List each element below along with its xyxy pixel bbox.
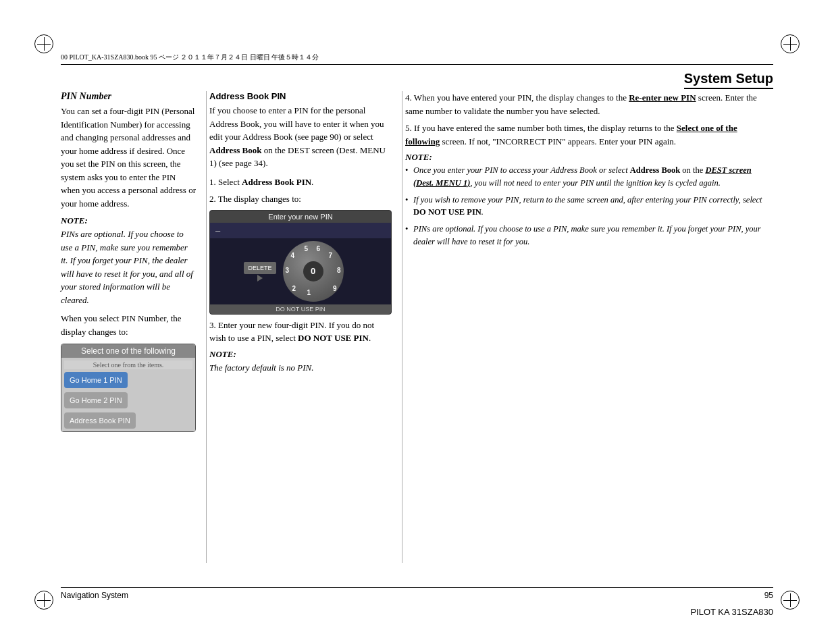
pin-dial[interactable]: 5 6 4 7 3 8 2 9 1 0: [283, 241, 357, 302]
content-area: PIN Number You can set a four-digit PIN …: [61, 91, 773, 563]
address-book-pin-button[interactable]: Address Book PIN: [64, 412, 136, 429]
bullet-1: Once you enter your PIN to access your A…: [405, 164, 773, 190]
select-screen-header: Select one of the following: [61, 344, 195, 358]
pin-keypad: DELETE 5 6 4 7 3 8 2 9: [210, 238, 391, 304]
middle-note-text: The factory default is no PIN.: [209, 361, 392, 375]
middle-column: Address Book PIN If you choose to enter …: [209, 91, 392, 563]
file-info: 00 PILOT_KA-31SZA830.book 95 ページ ２０１１年７月…: [61, 53, 319, 62]
pin-display: –: [210, 223, 391, 238]
dial-num-9: 9: [333, 285, 337, 292]
when-select-text: When you select PIN Number, the display …: [61, 312, 196, 338]
bullet-3: PINs are optional. If you choose to use …: [405, 223, 773, 248]
dial-num-8: 8: [337, 267, 341, 274]
bullet-2: If you wish to remove your PIN, return t…: [405, 194, 773, 219]
dial-center-0: 0: [303, 261, 323, 281]
select-buttons: Go Home 1 PIN Go Home 2 PIN: [64, 372, 192, 408]
delete-button[interactable]: DELETE: [244, 262, 276, 274]
pin-screen-header: Enter your new PIN: [210, 211, 391, 223]
go-home-2-pin-button[interactable]: Go Home 2 PIN: [64, 392, 128, 408]
page-frame: 00 PILOT_KA-31SZA830.book 95 ページ ２０１１年７月…: [0, 0, 834, 644]
step4-text: 4. When you have entered your PIN, the d…: [405, 91, 773, 117]
dial-num-2: 2: [292, 285, 296, 292]
dial-num-5: 5: [305, 245, 309, 252]
select-screen-subtext: Select one from the items.: [64, 360, 192, 369]
middle-note-label: NOTE:: [209, 349, 392, 360]
page-footer: Navigation System 95: [61, 587, 773, 600]
select-screen-mockup: Select one of the following Select one f…: [61, 344, 196, 432]
page-title-bar: System Setup: [684, 71, 773, 89]
go-home-1-pin-button[interactable]: Go Home 1 PIN: [64, 372, 128, 388]
step5-text: 5. If you have entered the same number b…: [405, 122, 773, 148]
pin-note-label: NOTE:: [61, 215, 196, 226]
note-bullets: Once you enter your PIN to access your A…: [405, 164, 773, 248]
pin-entry-screen: Enter your new PIN – DELETE 5 6: [209, 210, 392, 315]
address-book-intro: If you choose to enter a PIN for the per…: [209, 104, 392, 170]
crosshair-tl: [37, 37, 51, 51]
left-column: PIN Number You can set a four-digit PIN …: [61, 91, 196, 563]
address-book-pin-title: Address Book PIN: [209, 91, 392, 101]
step2-text: 2. The display changes to:: [209, 192, 392, 206]
dial-num-4: 4: [291, 252, 295, 259]
do-not-use-label[interactable]: DO NOT USE PIN: [210, 304, 391, 314]
right-column: 4. When you have entered your PIN, the d…: [405, 91, 773, 563]
dial-num-7: 7: [329, 252, 333, 259]
select-screen-body: Select one from the items. Go Home 1 PIN…: [61, 358, 195, 431]
step1-text: 1. Select Address Book PIN.: [209, 176, 392, 189]
pin-note-text: PINs are optional. If you choose to use …: [61, 227, 196, 306]
crosshair-tr: [783, 37, 797, 51]
pin-number-title: PIN Number: [61, 91, 196, 102]
pin-display-char: –: [215, 225, 220, 236]
footer-nav-system: Navigation System: [61, 591, 128, 600]
footer-page-number: 95: [764, 591, 773, 600]
dial-num-1: 1: [307, 289, 311, 296]
title-underline: [684, 88, 773, 89]
dial-num-6: 6: [317, 245, 321, 252]
pin-number-intro: You can set a four-digit PIN (Personal I…: [61, 105, 196, 210]
crosshair-br: [783, 593, 797, 607]
dial-num-3: 3: [286, 267, 290, 274]
step3-text: 3. Enter your new four-digit PIN. If you…: [209, 319, 392, 345]
bottom-model-text: PILOT KA 31SZA830: [690, 607, 773, 617]
page-title: System Setup: [684, 71, 773, 86]
top-metadata: 00 PILOT_KA-31SZA830.book 95 ページ ２０１１年７月…: [61, 53, 773, 65]
dial-ring: 5 6 4 7 3 8 2 9 1 0: [283, 241, 344, 302]
crosshair-bl: [37, 593, 51, 607]
right-note-label: NOTE:: [405, 152, 773, 163]
